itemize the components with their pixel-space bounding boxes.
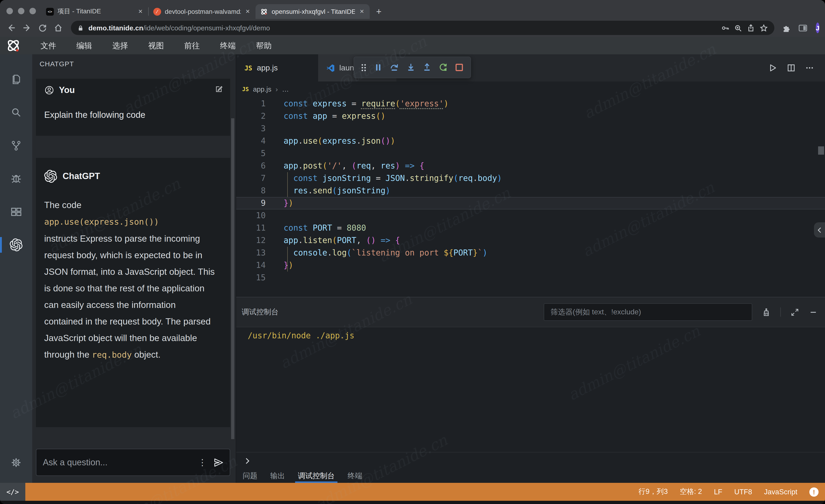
- code-line[interactable]: 7 const jsonString = JSON.stringify(req.…: [236, 172, 825, 185]
- breadcrumb[interactable]: JS app.js › …: [236, 81, 825, 97]
- browser-tab-project[interactable]: <> 项目 - TitanIDE ✕: [42, 4, 148, 19]
- password-key-icon[interactable]: [721, 24, 729, 32]
- line-number[interactable]: 14: [236, 259, 266, 271]
- tab-debug-console[interactable]: 调试控制台: [291, 470, 341, 483]
- ask-question-input[interactable]: [42, 457, 192, 468]
- stop-icon[interactable]: [454, 63, 464, 72]
- line-number[interactable]: 15: [236, 271, 266, 284]
- profile-avatar[interactable]: J: [816, 22, 820, 33]
- new-tab-button[interactable]: +: [376, 6, 381, 17]
- close-tab-icon[interactable]: ✕: [359, 8, 365, 15]
- edit-message-icon[interactable]: [215, 85, 223, 93]
- line-number[interactable]: 13: [236, 247, 266, 259]
- pause-icon[interactable]: [374, 63, 383, 72]
- console-input-row[interactable]: [236, 452, 825, 470]
- code-line[interactable]: 11const PORT = 8080: [236, 222, 825, 234]
- code-line[interactable]: 14}): [236, 259, 825, 271]
- split-editor-icon[interactable]: [787, 64, 796, 72]
- menu-file[interactable]: 文件: [30, 40, 66, 51]
- tab-problems[interactable]: 问题: [236, 470, 264, 483]
- back-icon[interactable]: [5, 21, 17, 34]
- code-line[interactable]: 12app.listen(PORT, () => {: [236, 234, 825, 247]
- menu-edit[interactable]: 编辑: [66, 40, 102, 51]
- clear-console-icon[interactable]: [762, 308, 771, 317]
- titanide-logo[interactable]: [5, 38, 21, 54]
- step-out-icon[interactable]: [422, 63, 432, 72]
- drag-handle-icon[interactable]: [361, 63, 367, 72]
- address-bar[interactable]: demo.titanide.cn/ide/web/coding/opensumi…: [71, 21, 774, 35]
- line-number[interactable]: 3: [236, 122, 266, 135]
- maximize-panel-icon[interactable]: [791, 308, 799, 317]
- line-number[interactable]: 12: [236, 234, 266, 247]
- line-number[interactable]: 6: [236, 160, 266, 172]
- search-icon[interactable]: [0, 96, 32, 129]
- run-icon[interactable]: [768, 64, 777, 72]
- line-number[interactable]: 1: [236, 98, 266, 110]
- notification-icon[interactable]: !: [809, 487, 819, 496]
- code-line[interactable]: 6app.post('/', (req, res) => {: [236, 160, 825, 172]
- code-editor[interactable]: 1const express = require('express')2cons…: [236, 97, 825, 297]
- share-icon[interactable]: [747, 24, 755, 32]
- forward-icon[interactable]: [20, 21, 33, 34]
- line-number[interactable]: 4: [236, 135, 266, 147]
- window-controls[interactable]: [6, 8, 36, 14]
- code-line[interactable]: 9}): [236, 197, 825, 209]
- line-number[interactable]: 11: [236, 222, 266, 234]
- menu-selection[interactable]: 选择: [102, 40, 138, 51]
- close-tab-icon[interactable]: ✕: [244, 8, 251, 15]
- code-line[interactable]: 5: [236, 147, 825, 160]
- code-line[interactable]: 13 console.log(`listening on port ${PORT…: [236, 247, 825, 259]
- chat-options-kebab-icon[interactable]: ⋮: [192, 457, 213, 468]
- menu-terminal[interactable]: 终端: [210, 40, 246, 51]
- restart-icon[interactable]: [438, 63, 448, 72]
- side-panel-icon[interactable]: [798, 23, 808, 32]
- line-number[interactable]: 10: [236, 209, 266, 222]
- editor-scrollbar-thumb[interactable]: [818, 146, 824, 155]
- code-line[interactable]: 15: [236, 271, 825, 284]
- code-line[interactable]: 2const app = express(): [236, 110, 825, 122]
- line-number[interactable]: 2: [236, 110, 266, 122]
- code-line[interactable]: 1const express = require('express'): [236, 98, 825, 110]
- menu-view[interactable]: 视图: [138, 40, 174, 51]
- code-line[interactable]: 4app.use(express.json()): [236, 135, 825, 147]
- language-mode[interactable]: JavaScript: [764, 488, 798, 496]
- menu-help[interactable]: 帮助: [246, 40, 282, 51]
- source-control-icon[interactable]: [0, 129, 32, 162]
- explorer-files-icon[interactable]: [0, 63, 32, 96]
- code-line[interactable]: 10: [236, 209, 825, 222]
- home-icon[interactable]: [52, 21, 64, 34]
- step-into-icon[interactable]: [406, 63, 416, 72]
- menu-go[interactable]: 前往: [174, 40, 210, 51]
- settings-gear-icon[interactable]: [0, 451, 32, 474]
- extensions-puzzle-icon[interactable]: [782, 23, 791, 32]
- extensions-icon[interactable]: [0, 195, 32, 228]
- step-over-icon[interactable]: [390, 63, 399, 72]
- tab-terminal[interactable]: 终端: [341, 470, 369, 483]
- remote-indicator[interactable]: </>: [0, 483, 25, 501]
- line-number[interactable]: 5: [236, 147, 266, 160]
- close-tab-icon[interactable]: ✕: [137, 8, 144, 15]
- indentation[interactable]: 空格: 2: [680, 487, 702, 497]
- line-number[interactable]: 9: [236, 197, 266, 209]
- eol-indicator[interactable]: LF: [714, 488, 722, 496]
- line-number[interactable]: 7: [236, 172, 266, 185]
- chat-scrollbar[interactable]: [231, 118, 234, 439]
- bookmark-star-icon[interactable]: [760, 24, 768, 32]
- browser-tab-postman[interactable]: ⁄ devtool-postman-walvamdz - TitanIDE ✕: [149, 4, 255, 19]
- more-actions-icon[interactable]: [805, 64, 814, 72]
- line-number[interactable]: 8: [236, 185, 266, 197]
- reload-icon[interactable]: [36, 21, 49, 34]
- zoom-window-button[interactable]: [29, 8, 36, 14]
- chatgpt-icon[interactable]: [0, 228, 32, 261]
- cursor-position[interactable]: 行9，列3: [639, 487, 668, 497]
- breadcrumb-file[interactable]: app.js: [253, 85, 272, 93]
- code-line[interactable]: 8 res.send(jsonString): [236, 185, 825, 197]
- editor-tab-appjs[interactable]: JS app.js: [236, 54, 318, 81]
- zoom-icon[interactable]: [734, 24, 742, 32]
- minimize-panel-icon[interactable]: [809, 308, 818, 317]
- close-window-button[interactable]: [6, 8, 13, 14]
- minimize-window-button[interactable]: [18, 8, 24, 14]
- breadcrumb-more[interactable]: …: [282, 85, 289, 93]
- encoding[interactable]: UTF8: [734, 488, 752, 496]
- tab-output[interactable]: 输出: [264, 470, 291, 483]
